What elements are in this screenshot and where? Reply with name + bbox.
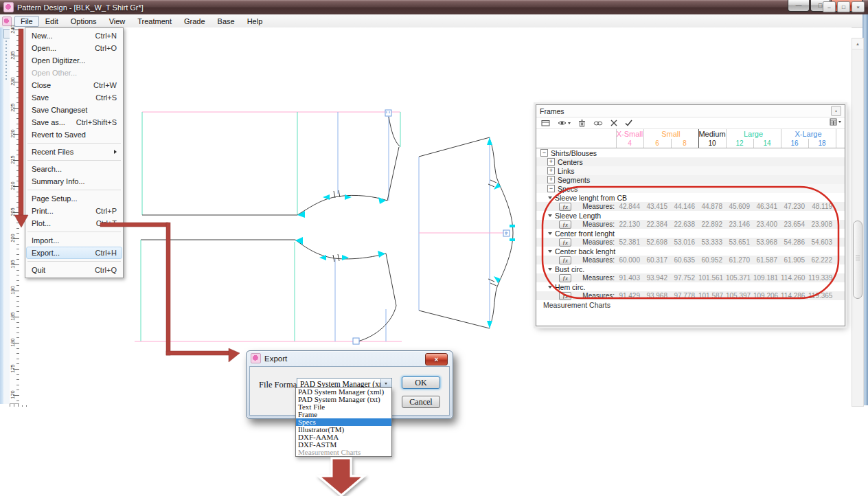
canvas-vertical-scrollbar[interactable]: ▲: [852, 38, 864, 407]
menu-item-new[interactable]: New...Ctrl+N: [26, 30, 122, 42]
spec-row[interactable]: Bust circ.: [536, 264, 845, 273]
spec-row[interactable]: Sleeve lenght from CB: [536, 193, 845, 202]
menu-item-revert-to-saved[interactable]: Revert to Saved: [26, 128, 122, 141]
ruler-number: 200: [10, 234, 16, 243]
menu-item-open-other[interactable]: Open Other...: [26, 67, 122, 79]
spec-row[interactable]: Center front lenght: [536, 229, 845, 238]
measure-value: 61.270: [726, 256, 750, 264]
menu-item-open-digitizer[interactable]: Open Digitizer...: [26, 54, 122, 67]
mdi-restore-button[interactable]: □: [837, 1, 850, 12]
tree-toggle-expand-icon[interactable]: +: [547, 167, 555, 174]
menu-options[interactable]: Options: [65, 16, 103, 27]
menu-help[interactable]: Help: [241, 16, 269, 27]
measure-value: 22.638: [671, 220, 695, 229]
trash-icon[interactable]: [578, 120, 586, 127]
grid-menu-icon[interactable]: [830, 118, 841, 126]
tree-row-shirts-blouses[interactable]: −Shirts/Blouses: [536, 148, 845, 157]
export-dialog-title: Export: [264, 354, 287, 363]
mdi-window-controls: – □ ×: [823, 1, 865, 12]
spec-name-label: Bust circ.: [555, 265, 584, 273]
tree-row-centers[interactable]: +Centers: [536, 157, 845, 166]
menu-item-label: Import...: [32, 235, 59, 246]
export-dialog-titlebar: Export: [247, 351, 453, 365]
scroll-up-arrow-icon[interactable]: ▲: [852, 38, 863, 49]
close-icon: ×: [435, 356, 439, 363]
header-divider: [808, 139, 809, 148]
menu-item-print[interactable]: Print...Ctrl+P: [26, 205, 122, 217]
tree-row-specs[interactable]: −Specs: [536, 184, 845, 193]
mdi-minimize-button[interactable]: –: [823, 1, 836, 12]
collapse-triangle-icon[interactable]: [548, 196, 552, 199]
menu-treatment[interactable]: Treatment: [131, 16, 178, 27]
menu-item-label: Save as...: [32, 117, 65, 128]
collapse-triangle-icon[interactable]: [548, 286, 552, 289]
measures-label: Measures:: [562, 238, 615, 247]
menu-item-recent-files[interactable]: Recent Files: [26, 146, 122, 158]
tree-row-links[interactable]: +Links: [536, 166, 845, 175]
pattern-design-window: Pattern Design - [BLK_W_T Shirt Gr*] — □…: [0, 0, 868, 496]
ok-button[interactable]: OK: [402, 376, 440, 389]
cancel-button[interactable]: Cancel: [402, 396, 440, 408]
collapse-triangle-icon[interactable]: [548, 232, 552, 235]
size-number[interactable]: 10: [698, 139, 726, 148]
spec-row[interactable]: Center back lenght: [536, 247, 845, 256]
scrollbar-thumb[interactable]: [853, 221, 863, 299]
ruler-number: 225: [10, 103, 16, 113]
size-group-small: Small: [643, 129, 698, 139]
card-icon[interactable]: [541, 120, 550, 126]
menu-item-label: Plot...: [32, 218, 51, 229]
minimize-button[interactable]: —: [788, 0, 810, 12]
collapse-triangle-icon[interactable]: [548, 214, 552, 217]
link-icon[interactable]: [593, 120, 603, 126]
mdi-close-button[interactable]: ×: [852, 1, 865, 12]
collapse-triangle-icon[interactable]: [548, 268, 552, 271]
menu-item-quit[interactable]: QuitCtrl+Q: [26, 264, 122, 276]
tree-toggle-expand-icon[interactable]: +: [547, 158, 555, 166]
ruler-number: 185: [10, 312, 16, 322]
ruler-number: 205: [10, 207, 16, 217]
size-number[interactable]: 4: [616, 139, 643, 148]
tree-toggle-collapse-icon[interactable]: −: [547, 185, 555, 192]
check-icon[interactable]: [625, 120, 632, 126]
menu-item-page-setup[interactable]: Page Setup...: [26, 192, 122, 205]
size-number[interactable]: 6: [643, 139, 671, 148]
menu-item-import[interactable]: Import...: [26, 234, 122, 247]
frames-close-icon[interactable]: ▪: [831, 106, 841, 116]
size-number[interactable]: 12: [726, 139, 753, 148]
size-number[interactable]: 16: [781, 139, 808, 148]
menu-item-open[interactable]: Open...Ctrl+O: [26, 42, 122, 54]
delete-x-icon[interactable]: [610, 120, 617, 126]
spec-row[interactable]: Hem circ.: [536, 282, 845, 291]
dialog-close-button[interactable]: ×: [425, 353, 448, 365]
menu-view[interactable]: View: [103, 16, 132, 27]
format-option-measurement-charts[interactable]: Measurement Charts: [296, 449, 391, 456]
eye-icon[interactable]: [558, 120, 571, 126]
tree-toggle-collapse-icon[interactable]: −: [540, 149, 548, 157]
menu-item-export[interactable]: Export...Ctrl+H: [26, 247, 122, 259]
menu-item-summary-info[interactable]: Summary Info...: [26, 175, 122, 188]
size-number[interactable]: 18: [808, 139, 836, 148]
menu-item-search[interactable]: Search...: [26, 163, 122, 175]
size-number[interactable]: 8: [671, 139, 698, 148]
header-divider: [643, 129, 644, 148]
file-format-selected-value: PAD System Manager (xml): [300, 380, 390, 388]
tree-toggle-expand-icon[interactable]: +: [547, 176, 555, 183]
menu-grade[interactable]: Grade: [178, 16, 212, 27]
menu-file[interactable]: File: [14, 16, 39, 27]
menu-item-save[interactable]: SaveCtrl+S: [26, 91, 122, 104]
menu-item-save-as[interactable]: Save as...Ctrl+Shift+S: [26, 116, 122, 128]
menu-item-close[interactable]: CloseCtrl+W: [26, 79, 122, 91]
tree-row-segments[interactable]: +Segments: [536, 175, 845, 184]
menu-edit[interactable]: Edit: [39, 16, 65, 27]
menu-base[interactable]: Base: [212, 16, 241, 27]
measure-value: 91.429: [616, 291, 640, 300]
menu-item-label: Summary Info...: [32, 176, 85, 187]
size-number[interactable]: 14: [753, 139, 781, 148]
measure-value: 42.844: [616, 202, 640, 211]
spec-row[interactable]: Sleeve Length: [536, 211, 845, 220]
collapse-triangle-icon[interactable]: [548, 250, 552, 253]
spec-measures-row: ƒxMeasures:91.40393.94297.752101.561105.…: [536, 273, 845, 282]
menu-item-save-changeset[interactable]: Save Changeset: [26, 104, 122, 116]
measurement-charts-row[interactable]: Measurement Charts: [536, 300, 845, 309]
menu-item-plot[interactable]: Plot...Ctrl+T: [26, 217, 122, 229]
